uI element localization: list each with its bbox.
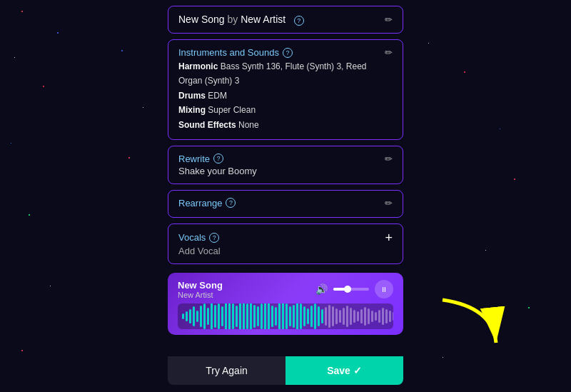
vocals-add-icon[interactable]: + xyxy=(385,231,393,244)
rearrange-title: Rearrange ? xyxy=(178,198,236,208)
mixing-label: Mixing xyxy=(178,105,206,115)
player-card: New Song New Artist 🔊 ⏸ xyxy=(168,273,403,335)
song-question-icon[interactable]: ? xyxy=(294,16,304,26)
song-title-row: New Song by New Artist ? ✏ xyxy=(178,14,393,26)
mixing-row: Mixing Super Clean xyxy=(178,103,393,117)
rearrange-edit-icon[interactable]: ✏ xyxy=(385,198,393,208)
vocals-question-icon[interactable]: ? xyxy=(209,233,219,243)
rearrange-card: Rearrange ? ✏ xyxy=(168,190,403,218)
rewrite-label: Rewrite xyxy=(178,154,210,164)
pause-icon: ⏸ xyxy=(380,286,388,293)
instruments-card: Instruments and Sounds ? ✏ Harmonic Bass… xyxy=(168,39,403,140)
instruments-content: Harmonic Bass Synth 136, Flute (Synth) 3… xyxy=(178,59,393,132)
main-container: New Song by New Artist ? ✏ Instruments a… xyxy=(168,0,403,341)
vocals-add-text: Add Vocal xyxy=(178,246,393,256)
song-by: by xyxy=(227,14,241,25)
harmonic-row: Harmonic Bass Synth 136, Flute (Synth) 3… xyxy=(178,59,393,89)
rewrite-value: Shake your Boomy xyxy=(178,166,393,176)
drums-row: Drums EDM xyxy=(178,89,393,103)
instruments-header: Instruments and Sounds ? ✏ xyxy=(178,47,393,58)
arrow-container xyxy=(435,293,507,353)
save-button[interactable]: Save ✓ xyxy=(286,356,403,385)
player-song-info: New Song New Artist xyxy=(178,280,223,299)
player-controls: 🔊 ⏸ xyxy=(315,280,393,298)
harmonic-label: Harmonic xyxy=(178,61,218,71)
waveform-container[interactable] xyxy=(178,303,393,329)
sfx-value: None xyxy=(238,120,259,130)
song-title-text: New Song by New Artist ? xyxy=(178,14,304,26)
mixing-value: Super Clean xyxy=(208,105,256,115)
bottom-buttons: Try Again Save ✓ xyxy=(168,356,403,385)
player-top: New Song New Artist 🔊 ⏸ xyxy=(178,280,393,299)
drums-value: EDM xyxy=(208,91,227,101)
volume-icon[interactable]: 🔊 xyxy=(315,283,328,295)
rewrite-question-icon[interactable]: ? xyxy=(213,154,223,164)
drums-label: Drums xyxy=(178,91,206,101)
try-again-button[interactable]: Try Again xyxy=(168,356,286,385)
rearrange-question-icon[interactable]: ? xyxy=(226,198,236,208)
vocals-title: Vocals ? xyxy=(178,232,219,243)
song-edit-icon[interactable]: ✏ xyxy=(385,14,393,25)
vocals-label: Vocals xyxy=(178,232,206,243)
pause-button[interactable]: ⏸ xyxy=(375,280,393,298)
volume-slider[interactable] xyxy=(333,288,369,291)
instruments-title: Instruments and Sounds ? xyxy=(178,47,293,58)
yellow-arrow xyxy=(435,293,507,350)
player-artist: New Artist xyxy=(178,291,223,299)
vocals-card: Vocals ? + Add Vocal xyxy=(168,223,403,264)
rewrite-header: Rewrite ? ✏ xyxy=(178,154,393,164)
song-name: New Song xyxy=(178,14,225,25)
instruments-edit-icon[interactable]: ✏ xyxy=(385,47,393,58)
rewrite-title: Rewrite ? xyxy=(178,154,223,164)
song-artist: New Artist xyxy=(241,14,286,25)
rewrite-card: Rewrite ? ✏ Shake your Boomy xyxy=(168,146,403,184)
vocals-header: Vocals ? + xyxy=(178,231,393,244)
rewrite-edit-icon[interactable]: ✏ xyxy=(385,154,393,164)
sfx-label: Sound Effects xyxy=(178,120,236,130)
rearrange-header: Rearrange ? ✏ xyxy=(178,198,393,208)
song-title-card: New Song by New Artist ? ✏ xyxy=(168,6,403,34)
player-song-name: New Song xyxy=(178,280,223,291)
sfx-row: Sound Effects None xyxy=(178,118,393,132)
rearrange-label: Rearrange xyxy=(178,198,222,208)
instruments-label: Instruments and Sounds xyxy=(178,47,279,58)
instruments-question-icon[interactable]: ? xyxy=(283,48,293,58)
save-label: Save ✓ xyxy=(327,365,362,376)
volume-knob xyxy=(344,286,351,293)
